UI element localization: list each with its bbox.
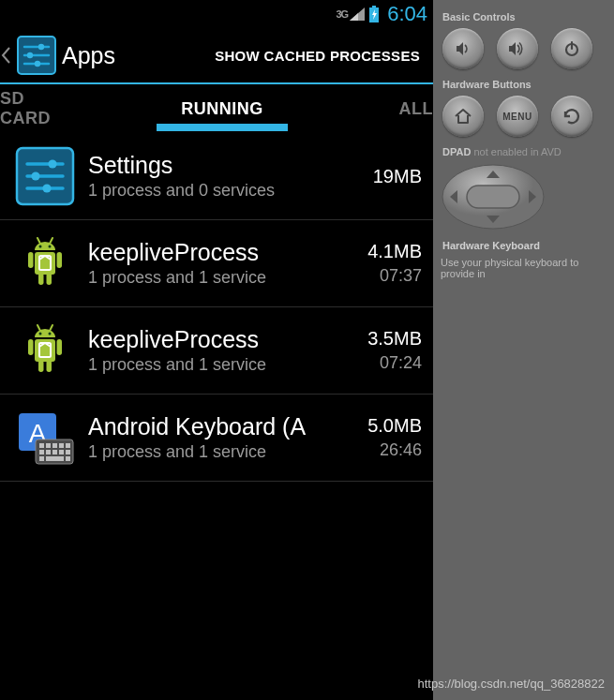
svg-rect-21: [28, 252, 34, 268]
svg-rect-50: [46, 456, 64, 461]
svg-point-14: [31, 171, 39, 180]
settings-app-icon[interactable]: [17, 36, 56, 75]
list-item-meta: 3.5MB 07:24: [349, 328, 422, 373]
svg-line-16: [37, 238, 40, 244]
tab-underline: [157, 124, 288, 131]
svg-rect-32: [57, 339, 63, 355]
app-size: 3.5MB: [349, 328, 422, 350]
svg-rect-24: [47, 273, 52, 285]
tab-all[interactable]: ALL: [366, 84, 433, 133]
app-size: 5.0MB: [349, 415, 422, 437]
app-subtitle: 1 process and 1 service: [88, 442, 336, 462]
app-subtitle: 1 process and 0 services: [88, 181, 336, 201]
volume-up-button[interactable]: [497, 28, 538, 69]
list-item[interactable]: A Android Keyboard (A 1 process and 1 se…: [0, 395, 433, 482]
show-cached-button[interactable]: SHOW CACHED PROCESSES: [207, 48, 427, 64]
list-item-body: Settings 1 process and 0 services: [88, 152, 336, 201]
tab-sd-card[interactable]: SD CARD: [0, 84, 79, 133]
list-item-meta: 5.0MB 26:46: [349, 415, 422, 460]
svg-point-8: [35, 61, 40, 67]
app-title: keepliveProcess: [88, 326, 336, 353]
app-time: 07:24: [349, 353, 422, 373]
dpad-label: DPAD not enabled in AVD: [442, 146, 614, 157]
running-apps-list: Settings 1 process and 0 services 19MB: [0, 133, 433, 700]
svg-line-27: [50, 325, 52, 331]
android-robot-icon: [15, 320, 75, 380]
svg-point-29: [49, 333, 52, 335]
svg-rect-44: [39, 450, 44, 454]
battery-charging-icon: [368, 6, 380, 22]
tab-running[interactable]: RUNNING: [79, 84, 366, 133]
svg-point-19: [49, 246, 52, 248]
svg-rect-55: [467, 186, 519, 208]
watermark: https://blog.csdn.net/qq_36828822: [418, 677, 606, 691]
list-item[interactable]: keepliveProcess 1 process and 1 service …: [0, 307, 433, 395]
svg-point-13: [48, 159, 56, 168]
svg-rect-34: [47, 360, 52, 372]
action-bar: Apps SHOW CACHED PROCESSES: [0, 28, 433, 84]
list-item[interactable]: keepliveProcess 1 process and 1 service …: [0, 220, 433, 307]
svg-point-7: [27, 52, 33, 58]
svg-line-26: [37, 325, 40, 331]
app-time: 26:46: [349, 440, 422, 460]
svg-point-6: [38, 44, 44, 50]
svg-rect-51: [66, 456, 70, 461]
signal-icon: [350, 7, 365, 21]
keyboard-app-icon: A: [15, 408, 75, 468]
settings-icon: [15, 146, 75, 206]
app-time: 07:37: [349, 266, 422, 286]
android-robot-icon: [15, 233, 75, 293]
tab-bar: SD CARD RUNNING ALL: [0, 84, 433, 133]
hw-keyboard-label: Hardware Keyboard: [442, 240, 614, 251]
svg-point-18: [39, 246, 42, 248]
list-item-meta: 4.1MB 07:37: [349, 241, 422, 286]
app-subtitle: 1 process and 1 service: [88, 268, 336, 288]
app-subtitle: 1 process and 1 service: [88, 355, 336, 375]
svg-rect-48: [66, 450, 70, 454]
svg-rect-41: [52, 443, 57, 448]
svg-rect-39: [39, 443, 44, 448]
svg-rect-23: [38, 273, 44, 285]
page-title: Apps: [62, 42, 202, 69]
svg-rect-43: [66, 443, 70, 448]
list-item-body: Android Keyboard (A 1 process and 1 serv…: [88, 413, 336, 462]
hw-keyboard-note: Use your physical keyboard to provide in: [441, 257, 614, 279]
clock: 6:04: [387, 2, 427, 26]
svg-rect-49: [39, 456, 44, 461]
menu-button[interactable]: MENU: [497, 96, 538, 137]
volume-down-button[interactable]: [442, 28, 484, 69]
svg-rect-46: [52, 450, 57, 454]
app-title: Android Keyboard (A: [88, 413, 336, 440]
svg-rect-42: [59, 443, 64, 448]
svg-point-15: [42, 184, 51, 192]
list-item-meta: 19MB: [349, 166, 422, 187]
list-item[interactable]: Settings 1 process and 0 services 19MB: [0, 133, 433, 220]
list-item-body: keepliveProcess 1 process and 1 service: [88, 239, 336, 288]
network-indicator: 3G: [336, 8, 348, 20]
svg-rect-31: [28, 339, 34, 355]
app-title: keepliveProcess: [88, 239, 336, 266]
home-button[interactable]: [442, 96, 484, 137]
app-title: Settings: [88, 152, 336, 179]
emulator-panel: Basic Controls Hardware Buttons MENU DPA…: [433, 0, 614, 700]
basic-controls-label: Basic Controls: [442, 11, 614, 22]
svg-rect-1: [372, 6, 376, 7]
phone-screen: 3G 6:04 Apps SHOW CACHED PROCESSES: [0, 0, 433, 700]
svg-rect-45: [46, 450, 51, 454]
status-bar: 3G 6:04: [0, 0, 433, 28]
list-item-body: keepliveProcess 1 process and 1 service: [88, 326, 336, 375]
back-caret-icon[interactable]: [0, 46, 11, 65]
app-size: 19MB: [349, 166, 422, 187]
app-size: 4.1MB: [349, 241, 422, 262]
dpad: [441, 163, 546, 231]
back-button[interactable]: [551, 96, 592, 137]
svg-rect-47: [59, 450, 64, 454]
svg-rect-22: [57, 252, 63, 268]
svg-point-28: [39, 333, 42, 335]
svg-rect-40: [46, 443, 51, 448]
svg-rect-33: [38, 360, 44, 372]
hardware-buttons-label: Hardware Buttons: [442, 79, 614, 90]
power-button[interactable]: [551, 28, 592, 69]
svg-line-17: [50, 238, 52, 244]
